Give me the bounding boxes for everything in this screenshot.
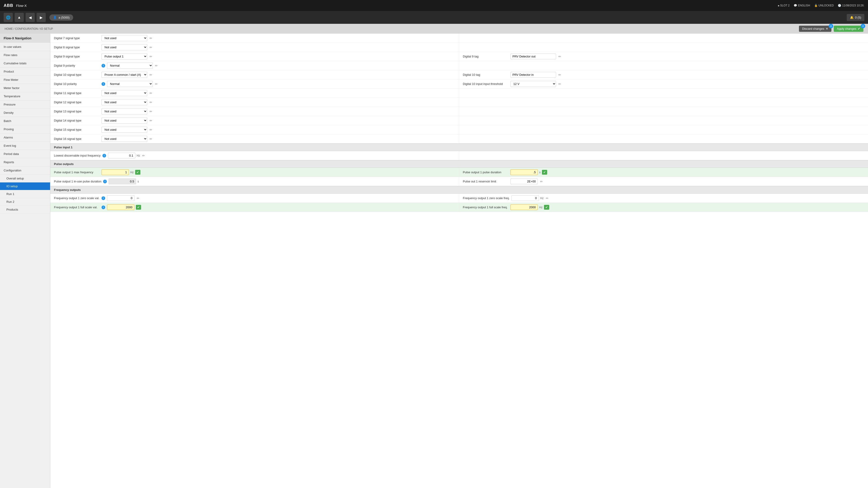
digital10-tag-input[interactable] xyxy=(510,72,556,78)
apply-badge: 4 xyxy=(861,24,865,28)
lowest-freq-input[interactable] xyxy=(108,153,135,159)
cell: Digital 10 polarity i Normal ✏ xyxy=(50,80,459,88)
cell-value: s xyxy=(108,178,455,184)
apply-changes-button[interactable]: 4 Apply changes ✔ xyxy=(834,26,863,32)
digital8-signal-type-select[interactable]: Not used xyxy=(101,44,147,50)
globe-button[interactable]: 🌐 xyxy=(4,13,13,22)
sidebar-item-temperature[interactable]: Temperature xyxy=(0,92,50,101)
edit-icon[interactable]: ✏ xyxy=(149,127,153,132)
sidebar-item-cumulative-totals[interactable]: Cumulative totals xyxy=(0,59,50,67)
edit-icon[interactable]: ✏ xyxy=(154,63,159,68)
field-label: Pulse output 1 pulse duration xyxy=(463,171,508,174)
cell-value: Hz ✔ xyxy=(510,204,864,210)
edit-icon[interactable]: ✏ xyxy=(545,196,550,201)
edit-icon[interactable]: ✏ xyxy=(149,137,153,141)
info-icon[interactable]: i xyxy=(101,205,105,209)
edit-icon[interactable]: ✏ xyxy=(557,73,562,77)
digital7-signal-type-select[interactable]: Not used xyxy=(101,35,147,41)
sidebar-item-configuration[interactable]: Configuration xyxy=(0,166,50,175)
sidebar-item-product[interactable]: Product xyxy=(0,67,50,76)
field-label: Lowest discernable input frequency xyxy=(54,154,101,157)
digital9-polarity-select[interactable]: Normal xyxy=(107,62,153,69)
sidebar-item-batch[interactable]: Batch xyxy=(0,117,50,125)
edit-icon[interactable]: ✏ xyxy=(149,109,153,114)
sidebar-sub-item-io-setup[interactable]: IO setup xyxy=(0,182,50,190)
edit-icon[interactable]: ✏ xyxy=(149,118,153,123)
sidebar-item-meter-factor[interactable]: Meter factor xyxy=(0,84,50,92)
freq-output1-full-scale-val-input[interactable] xyxy=(107,204,134,210)
table-row: Lowest discernable input frequency i Hz … xyxy=(50,151,868,160)
pulse-out1-reservoir-limit-input[interactable] xyxy=(510,178,538,184)
forward-button[interactable]: ▶ xyxy=(37,13,46,22)
digital15-signal-type-select[interactable]: Not used xyxy=(101,126,147,133)
check-icon[interactable]: ✔ xyxy=(136,205,141,210)
edit-icon[interactable]: ✏ xyxy=(141,153,146,158)
cell-value: Not used ✏ xyxy=(101,99,455,105)
table-row: Digital 9 signal type Pulse output 1 ✏ D… xyxy=(50,52,868,61)
field-label: Pulse out 1 reservoir limit xyxy=(463,180,508,183)
digital10-polarity-select[interactable]: Normal xyxy=(107,81,153,87)
digital11-signal-type-select[interactable]: Not used xyxy=(101,90,147,96)
pulse-output1-max-freq-input[interactable] xyxy=(101,169,129,175)
freq-output1-zero-scale-freq-input[interactable] xyxy=(512,195,539,201)
sidebar-sub-item-products[interactable]: Products xyxy=(0,206,50,213)
sidebar-item-in-use-values[interactable]: In-use values xyxy=(0,43,50,51)
table-row: Digital 10 signal type Prover A common /… xyxy=(50,70,868,80)
sidebar-item-period-data[interactable]: Period data xyxy=(0,150,50,158)
freq-output1-full-scale-freq-input[interactable] xyxy=(510,204,538,210)
edit-icon[interactable]: ✏ xyxy=(136,196,141,201)
sidebar-item-alarms[interactable]: Alarms xyxy=(0,134,50,142)
digital16-signal-type-select[interactable]: Not used xyxy=(101,136,147,142)
check-icon[interactable]: ✔ xyxy=(544,205,549,210)
edit-icon[interactable]: ✏ xyxy=(557,82,562,86)
up-button[interactable]: ▲ xyxy=(14,13,24,22)
info-icon[interactable]: i xyxy=(101,82,105,86)
digital10-signal-type-select[interactable]: Prover A common / start (A) xyxy=(101,71,147,78)
discard-changes-button[interactable]: 4 Discard changes ✕ xyxy=(799,26,831,32)
sidebar-sub-item-overall-setup[interactable]: Overall setup xyxy=(0,175,50,182)
edit-icon[interactable]: ✏ xyxy=(154,82,159,86)
check-icon[interactable]: ✔ xyxy=(542,170,547,175)
digital10-threshold-select[interactable]: 12 V xyxy=(510,81,556,87)
sidebar-item-event-log[interactable]: Event log xyxy=(0,142,50,150)
cell: Pulse output 1 in-use pulse duration i s xyxy=(50,177,459,186)
sidebar-item-density[interactable]: Density xyxy=(0,109,50,117)
digital12-signal-type-select[interactable]: Not used xyxy=(101,99,147,105)
pulse-output1-inuse-duration-input[interactable] xyxy=(108,178,136,184)
info-icon[interactable]: i xyxy=(102,154,106,157)
back-button[interactable]: ◀ xyxy=(26,13,35,22)
edit-icon[interactable]: ✏ xyxy=(557,54,562,59)
freq-output1-zero-scale-val-input[interactable] xyxy=(107,195,134,201)
sidebar: Flow-X Navigation In-use values Flow rat… xyxy=(0,34,50,488)
field-label: Pulse output 1 in-use pulse duration xyxy=(54,180,101,183)
digital9-signal-type-select[interactable]: Pulse output 1 xyxy=(101,53,147,59)
sidebar-item-pressure[interactable]: Pressure xyxy=(0,101,50,109)
sidebar-item-proving[interactable]: Proving xyxy=(0,125,50,134)
edit-icon[interactable]: ✏ xyxy=(539,179,544,184)
edit-icon[interactable]: ✏ xyxy=(149,36,153,40)
digital9-tag-input[interactable] xyxy=(510,54,556,59)
edit-icon[interactable]: ✏ xyxy=(149,73,153,77)
sidebar-item-flow-rates[interactable]: Flow rates xyxy=(0,51,50,59)
notification-button[interactable]: 🔔 0 (5) xyxy=(847,14,864,21)
digital14-signal-type-select[interactable]: Not used xyxy=(101,117,147,124)
info-icon[interactable]: i xyxy=(101,196,105,200)
digital13-signal-type-select[interactable]: Not used xyxy=(101,108,147,114)
info-icon[interactable]: i xyxy=(101,64,105,67)
check-icon[interactable]: ✔ xyxy=(135,170,141,175)
cell: Frequency output 1 zero scale val. i ✏ xyxy=(50,194,459,203)
sidebar-sub-item-run-1[interactable]: Run 1 xyxy=(0,190,50,198)
edit-icon[interactable]: ✏ xyxy=(149,45,153,50)
sidebar-sub-item-run-2[interactable]: Run 2 xyxy=(0,198,50,206)
edit-icon[interactable]: ✏ xyxy=(149,54,153,59)
info-icon[interactable]: i xyxy=(103,180,107,183)
sidebar-item-flow-meter[interactable]: Flow Meter xyxy=(0,76,50,84)
cell-value: Normal ✏ xyxy=(107,81,455,87)
edit-icon[interactable]: ✏ xyxy=(149,91,153,95)
cell-value: Prover A common / start (A) ✏ xyxy=(101,71,455,78)
language-info: 💬 ENGLISH xyxy=(794,4,810,7)
sidebar-item-reports[interactable]: Reports xyxy=(0,158,50,166)
cell: Digital 11 signal type Not used ✏ xyxy=(50,89,459,97)
edit-icon[interactable]: ✏ xyxy=(149,100,153,105)
pulse-output1-pulse-duration-input[interactable] xyxy=(510,169,538,175)
